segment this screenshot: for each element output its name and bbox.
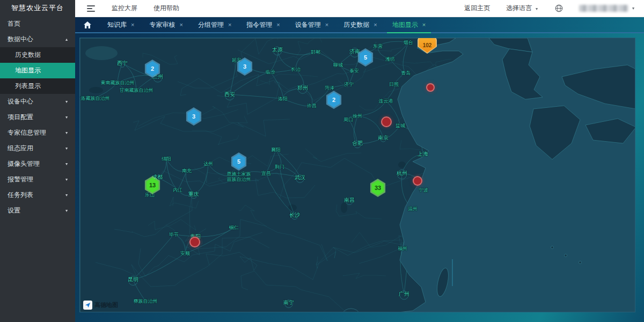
chevron-down-icon: ▼: [64, 193, 68, 197]
sidebar-item-6[interactable]: 摄像头管理▼: [0, 156, 75, 172]
map-marker-point-red[interactable]: [413, 176, 422, 186]
cluster-hexagon: 3: [185, 107, 202, 126]
tab-close-icon[interactable]: ×: [179, 21, 182, 28]
map-city-label: 黄南藏族自治州: [101, 80, 135, 85]
map-city-label: 泰安: [349, 68, 359, 74]
map-city-label: 甘南藏族自治州: [120, 87, 153, 93]
chevron-down-icon: ▼: [64, 99, 68, 104]
content-area: 西宁兰州西安太原郑州济南合肥南京上海杭州武汉长沙南昌成都重庆贵阳昆明广州南宁黄南…: [75, 33, 644, 322]
tab-close-icon[interactable]: ×: [374, 21, 377, 28]
map-city-label: 荆门: [275, 164, 284, 170]
map-city-label: 杭州: [397, 171, 407, 176]
tab-close-icon[interactable]: ×: [276, 21, 280, 28]
map-city-label: 邯郸: [311, 49, 320, 55]
map-city-label: 郑州: [297, 85, 308, 91]
sidebar-item-7[interactable]: 报警管理▼: [0, 172, 75, 187]
sidebar-item-5[interactable]: 组态应用▼: [0, 141, 75, 156]
map-marker-cluster-green[interactable]: 33: [369, 179, 386, 197]
map-city-label: 毕节: [169, 232, 179, 237]
map-city-label: 南宁: [283, 300, 294, 305]
map-marker-point-red[interactable]: [189, 237, 200, 247]
topbar-help[interactable]: 使用帮助: [153, 4, 179, 13]
map-marker-cluster-blue[interactable]: 3: [185, 107, 202, 126]
map-city-label: 果洛藏族自治州: [79, 96, 110, 101]
map-marker-cluster-green[interactable]: 13: [144, 176, 161, 194]
map-city-label: 合肥: [352, 141, 363, 146]
user-menu[interactable]: ▼: [579, 5, 635, 12]
cluster-count: 5: [232, 154, 246, 169]
tab-label: 地图显示: [392, 20, 418, 30]
map-marker-cluster-blue[interactable]: 5: [230, 152, 247, 171]
user-name-masked: [579, 5, 628, 12]
tab-close-icon[interactable]: ×: [325, 21, 328, 28]
topbar-language-select[interactable]: 选择语言▼: [506, 4, 539, 13]
tab-2[interactable]: 分组管理×: [191, 17, 239, 32]
sidebar-subitem-1-1[interactable]: 地图显示: [0, 63, 75, 78]
sidebar: 智慧农业云平台 首页数据中心▲历史数据地图显示列表显示设备中心▼项目配置▼专家信…: [0, 0, 75, 322]
sidebar-item-9[interactable]: 设置▼: [0, 203, 75, 218]
sidebar-item-label: 组态应用: [8, 144, 33, 153]
sidebar-item-0[interactable]: 首页: [0, 16, 75, 32]
map-marker-point-red[interactable]: [426, 83, 435, 92]
sidebar-item-8[interactable]: 任务列表▼: [0, 187, 75, 203]
map-marker-cluster-blue[interactable]: 5: [357, 48, 374, 67]
map-city-label: 南充: [182, 168, 192, 173]
map-city-label: 许昌: [307, 103, 317, 108]
sidebar-item-label: 报警管理: [8, 175, 33, 184]
map-city-label: 彝族自治州: [134, 298, 158, 304]
tab-1[interactable]: 专家审核×: [142, 17, 190, 32]
tab-0[interactable]: 知识库×: [100, 17, 142, 32]
map-city-label: 洛阳: [278, 96, 288, 101]
amap-logo-icon: [83, 301, 92, 310]
map-attribution-label: 高德地图: [94, 301, 118, 309]
map-canvas[interactable]: 西宁兰州西安太原郑州济南合肥南京上海杭州武汉长沙南昌成都重庆贵阳昆明广州南宁黄南…: [79, 38, 635, 312]
sidebar-item-label: 项目配置: [8, 113, 33, 122]
home-tab[interactable]: [75, 17, 100, 32]
map-marker-cluster-blue[interactable]: 2: [325, 91, 342, 109]
cluster-hexagon: 2: [144, 60, 161, 78]
map-city-label: 襄阳: [271, 147, 281, 152]
tab-4[interactable]: 设备管理×: [288, 17, 336, 32]
chevron-down-icon: ▼: [64, 146, 68, 150]
map-city-label: 济宁: [344, 82, 354, 87]
sidebar-item-2[interactable]: 设备中心▼: [0, 94, 75, 109]
globe-icon[interactable]: [555, 4, 563, 12]
map-city-label: 徐州: [353, 113, 362, 119]
tab-5[interactable]: 历史数据×: [336, 17, 384, 32]
cluster-hexagon: 5: [357, 48, 374, 67]
topbar: 监控大屏 使用帮助 返回主页 选择语言▼ ▼: [75, 0, 644, 17]
sidebar-item-3[interactable]: 项目配置▼: [0, 109, 75, 125]
map-city-label: 重庆: [188, 192, 199, 197]
cluster-hexagon: 2: [325, 91, 342, 109]
map-marker-cluster-blue[interactable]: 3: [236, 57, 253, 76]
map-city-label: 聊城: [333, 62, 343, 68]
map-marker-point-red[interactable]: [381, 116, 392, 127]
cluster-hexagon: 33: [369, 179, 386, 197]
topbar-return-home[interactable]: 返回主页: [464, 4, 490, 13]
map-city-label: 上海: [418, 151, 428, 157]
tab-close-icon[interactable]: ×: [422, 21, 426, 28]
map-attribution[interactable]: 高德地图: [83, 301, 118, 310]
sidebar-subitem-1-2[interactable]: 列表显示: [0, 78, 75, 94]
chevron-down-icon: ▼: [64, 162, 68, 166]
map-city-label: 宁波: [419, 187, 428, 193]
map-city-label: 绵阳: [162, 156, 171, 162]
topbar-monitor-screen[interactable]: 监控大屏: [112, 4, 137, 13]
map-city-label: 宜昌: [261, 171, 271, 176]
map-city-label: 昆明: [128, 277, 138, 282]
map-city-label: 连云港: [379, 98, 393, 104]
map-city-label: 广州: [399, 291, 409, 297]
sidebar-item-4[interactable]: 专家信息管理▼: [0, 125, 75, 141]
map-city-label: 武汉: [295, 175, 305, 180]
collapse-menu-icon[interactable]: [87, 5, 96, 12]
tab-close-icon[interactable]: ×: [228, 21, 231, 28]
map-basemap: [80, 38, 635, 312]
map-city-label: 长治: [291, 67, 301, 72]
tab-6[interactable]: 地图显示×: [385, 17, 433, 32]
map-marker-cluster-blue[interactable]: 2: [144, 60, 161, 78]
tab-3[interactable]: 指令管理×: [239, 17, 287, 32]
sidebar-item-1[interactable]: 数据中心▲: [0, 32, 75, 47]
chevron-down-icon: ▼: [535, 6, 539, 11]
tab-close-icon[interactable]: ×: [131, 21, 134, 28]
sidebar-subitem-1-0[interactable]: 历史数据: [0, 47, 75, 63]
